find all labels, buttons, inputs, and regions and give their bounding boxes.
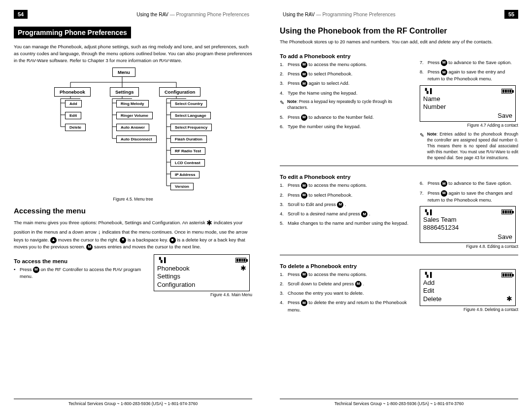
m-key-icon: M <box>301 62 307 68</box>
figure-caption: Figure 4.6. Main Menu <box>154 292 252 297</box>
edit-entry-heading: To edit a Phonebook entry <box>280 174 411 180</box>
phonebook-intro: The Phonebook stores up to 20 names and … <box>280 38 518 45</box>
lcd-line: Configuration <box>157 281 246 289</box>
down-arrow-icon: ↓ <box>98 229 101 236</box>
edit-steps-right: Press M to advance to the Save option. P… <box>420 180 518 204</box>
page-right: Using the RAV — Programming Phone Prefer… <box>266 0 532 411</box>
lcd-line: Sales Team <box>423 216 512 224</box>
tree-item: Flash Duration <box>170 136 207 143</box>
lcd-line: Settings <box>157 273 246 280</box>
delete-steps: Press M to access the menu options. Scro… <box>280 271 411 313</box>
document-spread: 54 Using the RAV — Programming Phone Pre… <box>0 0 532 411</box>
tree-settings: Settings <box>110 87 139 97</box>
divider <box>280 255 518 255</box>
m-key-icon: M <box>301 71 307 77</box>
tree-item: LCD Contrast <box>170 159 205 167</box>
using-phonebook-heading: Using the Phonebook from the RF Controll… <box>280 27 518 35</box>
signal-icon: ▝▖▌ <box>423 209 433 215</box>
m-key-icon: M <box>337 202 343 208</box>
m-key-icon: M <box>355 281 362 287</box>
note-icon: ✎ <box>420 132 424 161</box>
m-key-icon: M <box>441 69 447 75</box>
lcd-save: Save <box>423 112 512 119</box>
battery-icon <box>501 273 512 277</box>
tree-configuration: Configuration <box>159 87 200 97</box>
tree-item: Version <box>170 183 194 190</box>
tree-phonebook: Phonebook <box>54 87 91 97</box>
signal-icon: ▝▖▌ <box>157 257 167 263</box>
m-key-icon: M <box>361 211 367 217</box>
m-key-icon: M <box>301 80 307 87</box>
tree-root: Menu <box>112 68 135 77</box>
tree-item: IP Address <box>170 171 200 178</box>
note-icon: ✎ <box>280 99 284 111</box>
figure-caption: Figure 4.8. Editing a contact <box>420 244 518 249</box>
page-left: 54 Using the RAV — Programming Phone Pre… <box>0 0 266 411</box>
asterisk-icon: ✱ <box>240 264 246 273</box>
tree-item: Select Country <box>170 100 207 107</box>
tree-item: Select Language <box>170 112 211 119</box>
lcd-line: Number <box>423 103 512 111</box>
tree-connectors <box>14 68 252 196</box>
lcd-save: Save <box>423 233 512 240</box>
page-number: 54 <box>14 10 28 19</box>
tree-item: Select Frequency <box>170 124 212 131</box>
accessing-body: The main menu gives you three options: P… <box>14 218 252 250</box>
page-header: 54 Using the RAV — Programming Phone Pre… <box>14 10 252 19</box>
figure-caption: Figure 4.9. Deleting a contact <box>420 307 518 312</box>
up-key-icon: ▲ <box>50 237 57 243</box>
tree-item: Auto Disconnect <box>116 136 157 143</box>
m-key-icon: M <box>301 182 307 189</box>
signal-icon: ▝▖▌ <box>423 272 433 277</box>
header-text: Using the RAV — Programming Phone Prefer… <box>28 12 252 17</box>
add-steps-right: Press M to advance to the Save option. P… <box>420 59 518 83</box>
redial-key-icon: ■ <box>169 237 176 243</box>
down-key-icon: ▼ <box>120 237 126 243</box>
add-entry-heading: To add a Phonebook entry <box>280 53 411 59</box>
page-header: Using the RAV — Programming Phone Prefer… <box>280 10 518 19</box>
accessing-menu-heading: Accessing the menu <box>14 206 252 215</box>
m-key-icon: M <box>33 267 39 273</box>
tree-item: RF Radio Test <box>170 147 205 155</box>
access-bullet: Press M on the RF Controller to access t… <box>14 266 145 280</box>
m-key-icon: M <box>441 190 447 197</box>
battery-icon <box>501 89 512 94</box>
asterisk-icon: ✱ <box>506 295 512 304</box>
note-speed-dial: ✎ Note: Entries added to the phonebook t… <box>420 132 518 161</box>
battery-icon <box>501 209 512 214</box>
lcd-delete-contact: ▝▖▌ Add Edit Delete✱ <box>420 269 516 306</box>
tree-item: Edit <box>65 112 81 119</box>
lcd-line: Add <box>423 279 512 287</box>
menu-tree-diagram: Menu Phonebook Settings Configuration Ad… <box>14 68 252 196</box>
lcd-line: Name <box>423 95 512 103</box>
lcd-line: Delete <box>423 295 442 303</box>
m-key-icon: M <box>301 300 307 306</box>
lcd-add-contact: ▝▖▌ Name Number Save <box>420 85 516 122</box>
delete-entry-heading: To delete a Phonebook entry <box>280 263 411 269</box>
m-key-icon: M <box>441 60 447 66</box>
m-key-icon: M <box>301 114 307 121</box>
asterisk-icon: ✱ <box>206 219 212 227</box>
figure-caption: Figure 4.7 Adding a contact <box>420 123 518 128</box>
to-access-menu-heading: To access the menu <box>14 258 145 264</box>
m-key-icon: M <box>301 272 307 278</box>
page-footer: Technical Services Group ~ 1-800-283-593… <box>14 399 252 406</box>
lcd-line: Phonebook <box>157 265 190 273</box>
lcd-main-menu: ▝▖▌ Phonebook✱ Settings Configuration <box>154 254 250 291</box>
divider <box>280 166 518 166</box>
lcd-line: Edit <box>423 287 512 295</box>
m-key-icon: M <box>86 244 93 250</box>
page-number: 55 <box>504 10 518 19</box>
note-cycle-chars: ✎ Note: Press a keypad key repeatedly to… <box>280 99 411 111</box>
intro-paragraph: You can manage the Phonebook, adjust pho… <box>14 43 252 64</box>
edit-steps-left: Press M to access the menu options. Pres… <box>280 182 411 227</box>
section-title-band: Programming Phone Preferences <box>14 27 131 38</box>
page-footer: Technical Services Group ~ 1-800-283-593… <box>280 399 518 406</box>
m-key-icon: M <box>441 180 447 187</box>
add-steps-left-cont: Press M to advance to the Number field. … <box>280 114 411 131</box>
tree-item: Add <box>65 100 82 107</box>
tree-item: Delete <box>65 124 86 131</box>
battery-icon <box>235 258 246 263</box>
tree-item: Ring Melody <box>116 100 149 107</box>
add-steps-left: Press M to access the menu options. Pres… <box>280 61 411 97</box>
